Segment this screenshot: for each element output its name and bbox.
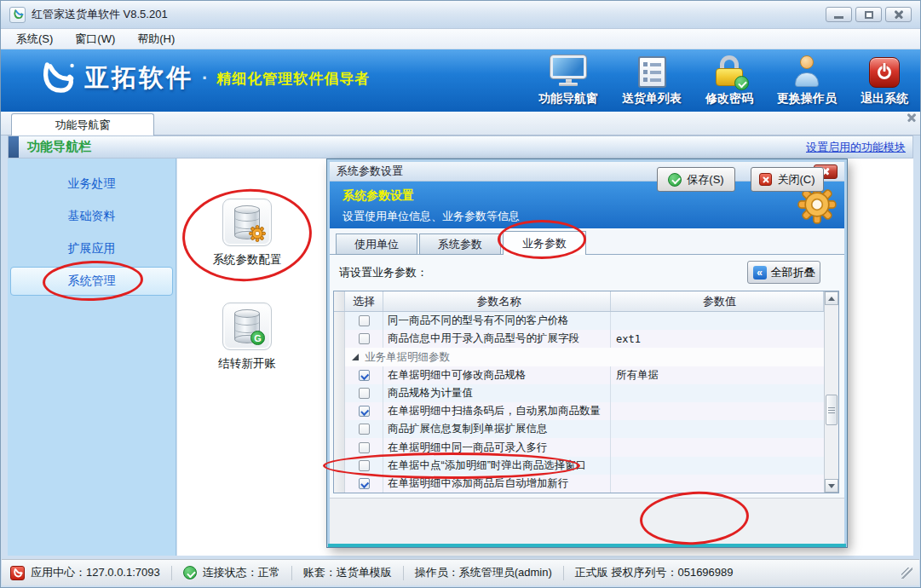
param-checkbox[interactable] xyxy=(359,442,370,453)
row-indicator xyxy=(334,438,345,456)
status-app-center-text: 应用中心：127.0.0.1:7093 xyxy=(31,565,160,580)
param-row[interactable]: 同一商品不同的型号有不同的客户价格 xyxy=(334,312,824,330)
vertical-scrollbar[interactable] xyxy=(824,291,838,493)
status-connection-text: 连接状态：正常 xyxy=(203,565,280,580)
sidebar-item[interactable]: 业务处理 xyxy=(10,170,173,199)
param-value[interactable] xyxy=(611,420,824,438)
window-title: 红管家送货单软件 V8.5.201 xyxy=(32,7,168,22)
dialog-tab[interactable]: 系统参数 xyxy=(419,233,501,255)
header-select[interactable]: 选择 xyxy=(345,291,383,311)
select-cell xyxy=(345,420,383,438)
brand-separator: · xyxy=(202,67,208,89)
header-param-value[interactable]: 参数值 xyxy=(611,291,824,311)
param-row[interactable]: 在单据中点“添加明细”时弹出商品选择窗口 xyxy=(334,457,824,475)
restore-icon xyxy=(865,11,873,19)
param-checkbox[interactable] xyxy=(359,333,370,344)
toolbar-button-label: 修改密码 xyxy=(705,91,753,107)
select-cell xyxy=(345,457,383,475)
shortcut-system-params[interactable]: 系统参数配置 xyxy=(206,199,288,268)
menu-item[interactable]: 帮助(H) xyxy=(129,29,183,49)
status-connection: 连接状态：正常 xyxy=(172,565,291,580)
resize-grip[interactable] xyxy=(901,568,912,579)
param-value[interactable] xyxy=(611,438,824,456)
param-checkbox[interactable] xyxy=(359,478,370,489)
scrollbar-thumb[interactable] xyxy=(826,395,838,425)
select-cell xyxy=(345,366,383,384)
menu-item[interactable]: 窗口(W) xyxy=(66,29,124,49)
sidebar-item[interactable]: 基础资料 xyxy=(10,202,173,231)
scroll-up-icon[interactable] xyxy=(825,291,838,305)
row-indicator xyxy=(334,312,345,330)
dialog-bottom-strip xyxy=(328,544,846,547)
status-account: 账套：送货单模版 xyxy=(292,565,403,580)
minimize-icon xyxy=(834,16,843,19)
row-indicator xyxy=(334,475,345,493)
group-label: 业务单据明细参数 xyxy=(365,350,450,365)
close-button[interactable] xyxy=(885,7,912,22)
dialog-tab[interactable]: 业务参数 xyxy=(503,231,586,255)
configure-modules-link[interactable]: 设置启用的功能模块 xyxy=(806,140,906,155)
param-row[interactable]: 商品扩展信息复制到单据扩展信息 xyxy=(334,420,824,438)
header-param-name[interactable]: 参数名称 xyxy=(383,291,611,311)
param-checkbox[interactable] xyxy=(359,370,370,381)
nav-panel-title: 功能导航栏 xyxy=(27,139,91,155)
scroll-down-icon[interactable] xyxy=(825,479,838,493)
tab-nav-window[interactable]: 功能导航窗 xyxy=(11,113,154,135)
power-icon xyxy=(869,55,900,88)
params-table-body: 同一商品不同的型号有不同的客户价格商品信息中用于录入商品型号的扩展字段ext1业… xyxy=(334,312,824,493)
param-value[interactable] xyxy=(611,384,824,402)
param-value[interactable]: 所有单据 xyxy=(611,366,824,384)
brand-slogan: 精细化管理软件倡导者 xyxy=(216,69,370,89)
shortcut-carryover[interactable]: 结转新开账 xyxy=(206,303,288,372)
minimize-button[interactable] xyxy=(826,7,852,22)
tab-strip: 功能导航窗 xyxy=(1,112,920,135)
toolbar-button-nav-window[interactable]: 功能导航窗 xyxy=(538,55,598,107)
sidebar-item[interactable]: 系统管理 xyxy=(10,267,173,296)
param-checkbox[interactable] xyxy=(359,315,370,326)
database-gear-icon xyxy=(222,199,272,246)
menu-item[interactable]: 系统(S) xyxy=(8,29,61,49)
group-cell: 业务单据明细参数 xyxy=(345,348,824,366)
toolbar-button-delivery-list[interactable]: 送货单列表 xyxy=(622,55,682,107)
param-checkbox[interactable] xyxy=(359,388,370,399)
dialog-tab[interactable]: 使用单位 xyxy=(336,233,417,255)
param-value[interactable] xyxy=(611,475,824,493)
status-bar: 应用中心：127.0.0.1:7093 连接状态：正常 账套：送货单模版 操作员… xyxy=(2,559,919,585)
select-cell xyxy=(345,438,383,456)
close-dialog-button[interactable]: 关闭(C) xyxy=(751,167,824,192)
collapse-all-icon: « xyxy=(753,266,767,280)
select-cell xyxy=(345,475,383,493)
param-row[interactable]: 在单据明细中扫描条码后，自动累加商品数量 xyxy=(334,402,824,420)
collapse-triangle-icon[interactable] xyxy=(352,354,359,360)
param-value[interactable] xyxy=(611,457,824,475)
param-row[interactable]: 在单据明细中可修改商品规格所有单据 xyxy=(334,366,824,384)
param-value[interactable] xyxy=(611,312,824,330)
param-name: 在单据明细中可修改商品规格 xyxy=(383,366,611,384)
restore-button[interactable] xyxy=(855,7,882,22)
row-indicator xyxy=(334,420,345,438)
sidebar-item[interactable]: 扩展应用 xyxy=(10,234,173,263)
param-name: 同一商品不同的型号有不同的客户价格 xyxy=(383,312,611,330)
row-indicator xyxy=(334,366,345,384)
param-row[interactable]: 在单据明细中添加商品后自动增加新行 xyxy=(334,475,824,493)
app-center-logo-icon xyxy=(10,566,25,580)
toolbar-button-exit-system[interactable]: 退出系统 xyxy=(861,55,908,107)
param-value[interactable] xyxy=(611,402,824,420)
save-button[interactable]: 保存(S) xyxy=(657,167,735,192)
param-value[interactable]: ext1 xyxy=(611,330,824,348)
toolbar-button-switch-operator[interactable]: 更换操作员 xyxy=(777,55,837,107)
status-license: 正式版 授权序列号：051696989 xyxy=(564,565,745,580)
param-row[interactable]: 在单据明细中同一商品可录入多行 xyxy=(334,438,824,456)
param-checkbox[interactable] xyxy=(359,460,370,471)
param-checkbox[interactable] xyxy=(359,406,370,417)
param-group-row[interactable]: 业务单据明细参数 xyxy=(334,348,824,366)
param-row[interactable]: 商品信息中用于录入商品型号的扩展字段ext1 xyxy=(334,330,824,348)
toolbar-button-change-password[interactable]: 修改密码 xyxy=(705,55,753,107)
status-account-text: 账套：送货单模版 xyxy=(303,565,392,580)
menu-bar: 系统(S)窗口(W)帮助(H) xyxy=(1,29,920,49)
param-row[interactable]: 商品规格为计量值 xyxy=(334,384,824,402)
param-name: 在单据中点“添加明细”时弹出商品选择窗口 xyxy=(383,457,611,475)
toolbar-button-label: 送货单列表 xyxy=(622,91,682,107)
collapse-all-button[interactable]: « 全部折叠 xyxy=(747,261,820,284)
param-checkbox[interactable] xyxy=(359,424,370,435)
